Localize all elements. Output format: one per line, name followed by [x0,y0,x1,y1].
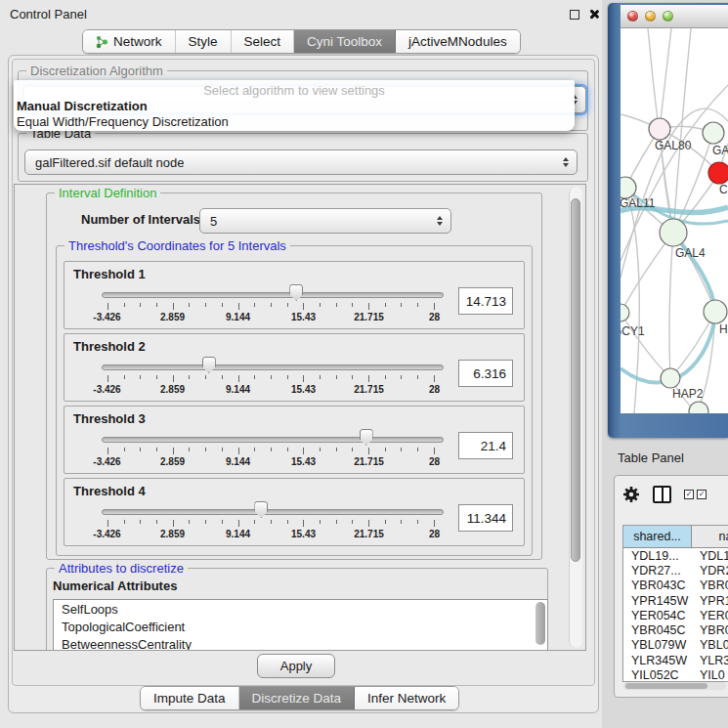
checkbox-icon: ✓ [697,490,707,499]
table-cell: YDL1 [692,549,728,563]
threshold-label: Threshold 3 [73,411,146,426]
threshold-4-box: Threshold 4-3.4262.8599.14415.4321.71528… [64,478,525,546]
threshold-label: Threshold 4 [73,484,146,498]
table-data-group: Table Data galFiltered.sif default node [18,133,588,182]
tab-jactivemnodules[interactable]: jActiveMNodules [396,30,520,53]
threshold-label: Threshold 1 [73,267,146,281]
slider-track[interactable] [102,437,444,443]
combo-stepper-icon [437,216,443,226]
slider-tick-labels: -3.4262.8599.14415.4321.71528 [74,529,468,539]
network-canvas[interactable]: GAL80GACGAL11GAL4HGCY1HAP2 [621,28,728,413]
tab-style[interactable]: Style [176,30,232,53]
table-horizontal-scrollbar-thumb[interactable] [625,683,707,689]
network-node-gal11[interactable] [621,177,636,198]
table-panel-title: Table Panel [618,450,684,465]
network-window-titlebar [621,5,728,28]
split-columns-icon[interactable] [653,486,671,503]
network-window[interactable]: GAL80GACGAL11GAL4HGCY1HAP2 [608,3,728,438]
close-icon[interactable] [588,9,599,20]
threshold-value-field[interactable]: 11.344 [458,504,513,532]
tab-cyni-toolbox[interactable]: Cyni Toolbox [294,30,396,53]
table-row[interactable]: YDR27...YDR2 [623,563,728,578]
tab-infer-network[interactable]: Infer Network [355,687,458,709]
slider-track[interactable] [102,364,444,370]
tab-impute-data[interactable]: Impute Data [141,687,239,709]
settings-scrollbar-thumb[interactable] [571,198,580,562]
table-cell: YIL0 [692,668,728,682]
slider-ticks [107,448,435,454]
tab-discretize-data[interactable]: Discretize Data [239,687,356,709]
network-node[interactable] [689,402,708,413]
attribute-list-item[interactable]: BetweennessCentrality [54,635,547,651]
network-node-gal4[interactable] [660,219,687,246]
table-cell: YPR1 [692,594,728,608]
table-cell: YDR27... [623,564,692,578]
table-row[interactable]: YBL079WYBL0 [623,638,728,653]
slider-thumb[interactable] [360,429,373,446]
table-row[interactable]: YER054CYER0 [623,608,728,622]
column-header-shared-name[interactable]: shared... [623,526,692,547]
network-graph: GAL80GACGAL11GAL4HGCY1HAP2 [621,28,728,413]
attribute-list-item[interactable]: TopologicalCoefficient [54,618,547,635]
network-node-ga[interactable] [703,122,724,144]
slider-tick-labels: -3.4262.8599.14415.4321.71528 [74,384,468,395]
numerical-attributes-list[interactable]: SelfLoopsTopologicalCoefficientBetweenne… [53,599,548,651]
table-cell: YBL079W [623,638,692,652]
network-node-label: GCY1 [621,324,645,338]
float-icon[interactable] [570,10,579,20]
threshold-value-field[interactable]: 6.316 [458,360,513,387]
tab-select[interactable]: Select [232,30,295,53]
tab-network[interactable]: Network [83,30,176,53]
table-row[interactable]: YPR145WYPR1 [623,593,728,608]
slider-thumb[interactable] [289,284,303,301]
apply-button[interactable]: Apply [257,654,335,678]
discretization-algorithm-label: Discretization Algorithm [26,64,167,78]
table-cell: YLR345W [623,654,692,667]
network-node-gcy1[interactable] [621,304,629,321]
dropdown-option-manual[interactable]: Manual Discretization [17,99,148,113]
column-header-name[interactable]: na [692,526,728,547]
slider-track[interactable] [102,509,444,515]
thresholds-group-label: Threshold's Coordinates for 5 Intervals [64,238,290,253]
attribute-list-item[interactable]: SelfLoops [54,600,547,618]
table-row[interactable]: YIL052CYIL0 [623,667,728,682]
table-data-combobox[interactable]: galFiltered.sif default node [24,150,578,175]
network-node-gal80[interactable] [649,118,670,140]
table-row[interactable]: YDL19...YDL1 [623,548,728,563]
slider-ticks [107,520,435,527]
threshold-1-box: Threshold 1-3.4262.8599.14415.4321.71528… [64,261,525,329]
dropdown-option-equal-width[interactable]: Equal Width/Frequency Discretization [17,114,229,129]
table-header-row: shared... na [623,526,728,548]
slider-ticks [107,375,435,382]
slider-thumb[interactable] [202,357,216,373]
table-row[interactable]: YBR043CYBR0 [623,578,728,593]
list-scrollbar[interactable] [535,602,545,645]
table-cell: YBR045C [623,623,692,637]
tab-label: Cyni Toolbox [307,34,382,49]
network-node-c[interactable] [708,162,728,184]
network-node-hap2[interactable] [661,368,680,388]
slider-tick-labels: -3.4262.8599.14415.4321.71528 [74,456,468,467]
table-cell: YBR043C [623,578,692,592]
network-node-h[interactable] [704,300,727,323]
zoom-traffic-light-icon[interactable] [663,11,673,21]
close-traffic-light-icon[interactable] [627,11,638,21]
table-row[interactable]: YBR045CYBR0 [623,622,728,637]
select-columns-icon[interactable]: ✓ ✓ [684,490,707,499]
table-horizontal-scrollbar[interactable] [623,682,726,690]
table-panel: ✓ ✓ shared... na YDL19...YDL1YDR27...YDR… [614,475,728,698]
table-cell: YBR0 [692,623,728,637]
number-of-intervals-combobox[interactable]: 5 [199,208,451,234]
slider-thumb[interactable] [254,501,268,518]
threshold-value-field[interactable]: 21.4 [458,432,513,459]
minimize-traffic-light-icon[interactable] [645,11,656,21]
network-node-label: H [719,322,728,336]
settings-scrollbar[interactable] [569,187,582,648]
threshold-value-field[interactable]: 14.713 [458,287,513,315]
panel-title: Control Panel [10,7,87,21]
slider-track[interactable] [102,292,444,298]
network-node-label: HAP2 [672,387,704,401]
table-cell: YDL19... [623,549,692,563]
gear-icon[interactable] [622,486,640,503]
table-row[interactable]: YLR345WYLR3 [623,653,728,667]
